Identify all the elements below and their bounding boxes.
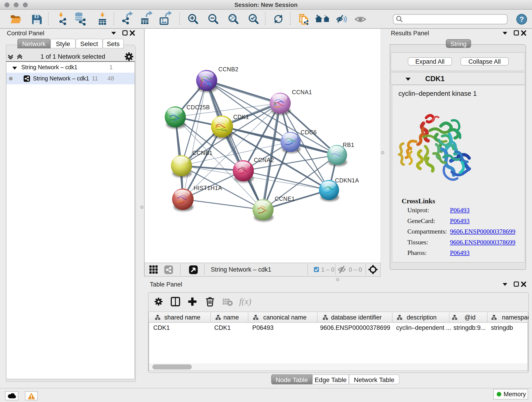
svg-text:name: name <box>223 314 239 321</box>
svg-text:CCNE1: CCNE1 <box>275 196 295 202</box>
svg-text:stringdb:9...: stringdb:9... <box>453 324 486 331</box>
svg-text:CDK1: CDK1 <box>233 114 249 120</box>
svg-text:1 – 0: 1 – 0 <box>321 266 335 273</box>
svg-text:String Network – cdk1: String Network – cdk1 <box>211 266 271 273</box>
svg-text:CDK1: CDK1 <box>214 324 231 331</box>
svg-text:9606.ENSP00000378699: 9606.ENSP00000378699 <box>320 324 390 331</box>
svg-text:HIST1H1A: HIST1H1A <box>194 185 222 191</box>
svg-text:CDC25B: CDC25B <box>186 104 210 110</box>
svg-text:RB1: RB1 <box>343 142 354 148</box>
svg-text:P06493: P06493 <box>252 324 273 331</box>
svg-text:0 – 0: 0 – 0 <box>349 266 362 273</box>
svg-text:stringdb: stringdb <box>491 324 513 331</box>
svg-text:canonical name: canonical name <box>263 314 307 321</box>
svg-text:CCNA1: CCNA1 <box>292 89 312 95</box>
svg-text:CCNB1: CCNB1 <box>192 150 213 156</box>
svg-text:@id: @id <box>464 314 475 321</box>
svg-text:description: description <box>407 314 437 321</box>
svg-text:database identifier: database identifier <box>331 314 382 321</box>
svg-text:CDC6: CDC6 <box>301 129 317 135</box>
svg-text:CDK1: CDK1 <box>153 324 170 331</box>
svg-text:CCNB2: CCNB2 <box>218 66 239 72</box>
svg-text:CDKN1A: CDKN1A <box>335 177 359 184</box>
svg-text:cyclin–dependent ...: cyclin–dependent ... <box>396 324 451 331</box>
svg-text:namespac: namespac <box>502 314 529 321</box>
svg-text:?: ? <box>519 15 524 23</box>
svg-text:f(x): f(x) <box>239 297 251 306</box>
svg-text:shared name: shared name <box>164 314 201 321</box>
svg-text:CCNA2: CCNA2 <box>254 157 274 163</box>
